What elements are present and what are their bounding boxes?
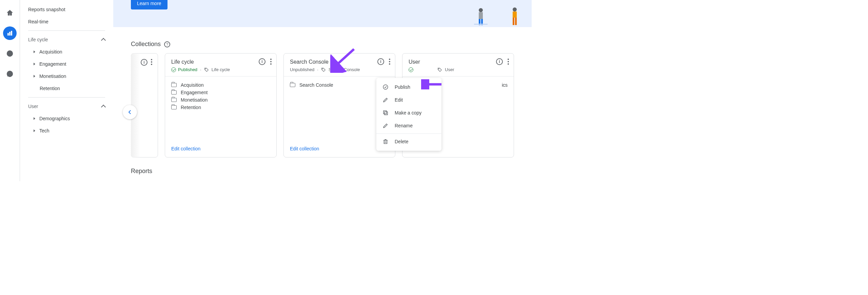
folder-icon [171,105,177,109]
info-icon[interactable]: i [496,58,503,65]
banner: Learn more [113,0,532,27]
copy-icon [382,110,389,116]
list-item[interactable]: Engagement [171,89,270,96]
tag-icon [321,67,326,72]
check-icon [409,67,413,72]
svg-point-6 [479,8,483,12]
list-item[interactable]: Retention [171,104,270,111]
svg-point-16 [322,68,323,69]
sidebar-item-engagement[interactable]: Engagement [20,58,113,70]
sidebar-item-realtime[interactable]: Real-time [20,16,113,28]
advertising-icon[interactable] [3,67,17,81]
collection-card-lifecycle: Life cycle Published · Life cycle i Acqu… [165,53,277,157]
sidebar-group-label: User [28,104,38,109]
tag-icon [437,67,442,72]
edit-collection-link[interactable]: Edit collection [171,146,200,151]
collections-row: i Life cycle Published · Life cycle i [113,53,532,168]
explore-icon[interactable] [3,47,17,60]
divider [28,97,105,98]
reports-heading: Reports [113,168,532,175]
delete-icon [382,139,389,145]
chevron-up-icon [101,105,106,109]
svg-rect-1 [9,32,11,35]
folder-icon [171,90,177,94]
svg-point-18 [383,85,388,89]
edit-collection-link[interactable]: Edit collection [290,146,319,151]
sidebar-group-label: Life cycle [28,37,48,42]
sidebar-item-acquisition[interactable]: Acquisition [20,46,113,58]
reports-icon[interactable] [3,26,17,40]
more-icon[interactable] [389,59,390,65]
folder-icon [171,98,177,102]
folder-icon [171,83,177,87]
info-icon[interactable]: i [141,59,147,66]
sidebar-item-reports-snapshot[interactable]: Reports snapshot [20,3,113,16]
menu-item-publish[interactable]: Publish [376,81,441,93]
home-icon[interactable] [3,6,17,20]
svg-point-15 [205,68,206,69]
menu-item-make-copy[interactable]: Make a copy [376,106,441,119]
more-icon[interactable] [508,59,509,65]
card-title: User [409,59,508,65]
svg-rect-14 [515,18,517,25]
card-overflow-menu: Publish Edit Make a copy Rename Delete [376,78,441,151]
svg-rect-0 [8,33,9,35]
svg-rect-2 [11,31,12,36]
svg-rect-20 [383,111,387,114]
status-badge: Published [409,67,435,72]
svg-rect-12 [513,12,517,18]
list-item[interactable]: Acquisition [171,81,270,89]
card-title: Search Console [290,59,389,65]
svg-point-17 [438,68,439,69]
learn-more-button[interactable]: Learn more [131,0,167,9]
sidebar-item-monetisation[interactable]: Monetisation [20,70,113,82]
svg-rect-10 [474,24,488,25]
main-content: Learn more Collections ? i Life cycle [113,0,532,181]
svg-rect-21 [384,140,387,144]
check-icon [171,67,176,72]
collections-heading: Collections ? [113,41,532,48]
list-item[interactable]: Search Console [290,81,389,89]
caret-icon [34,63,35,65]
list-item[interactable]: Monetisation [171,96,270,104]
sidebar-group-user[interactable]: User [20,100,113,112]
more-icon[interactable] [270,59,272,65]
card-title: Life cycle [171,59,270,65]
sidebar-item-tech[interactable]: Tech [20,125,113,137]
svg-rect-7 [479,12,483,19]
menu-item-rename[interactable]: Rename [376,119,441,132]
nav-rail [0,0,20,181]
help-icon[interactable]: ? [164,41,170,47]
illustration [474,7,521,27]
menu-item-edit[interactable]: Edit [376,93,441,106]
chevron-up-icon [101,38,106,43]
caret-icon [34,129,35,132]
menu-item-delete[interactable]: Delete [376,135,441,148]
caret-icon [34,50,35,53]
tag-icon [204,67,209,72]
divider [376,133,441,134]
collection-card-partial[interactable]: i [131,53,158,157]
scroll-left-button[interactable] [123,105,137,119]
status-badge: Unpublished [290,67,314,72]
edit-icon [382,97,389,103]
sidebar-group-lifecycle[interactable]: Life cycle [20,34,113,46]
info-icon[interactable]: i [259,58,265,65]
folder-icon [290,83,295,87]
svg-rect-19 [384,112,388,115]
divider [28,30,105,31]
info-icon[interactable]: i [377,58,384,65]
svg-rect-13 [513,18,514,25]
svg-point-11 [513,7,517,12]
caret-icon [34,117,35,120]
more-icon[interactable] [151,59,152,65]
sidebar-item-demographics[interactable]: Demographics [20,112,113,125]
status-badge: Published [171,67,197,72]
sidebar: Reports snapshot Real-time Life cycle Ac… [20,0,113,181]
sidebar-item-retention[interactable]: Retention [20,82,113,94]
rename-icon [382,123,389,129]
caret-icon [34,75,35,78]
publish-icon [382,84,389,90]
